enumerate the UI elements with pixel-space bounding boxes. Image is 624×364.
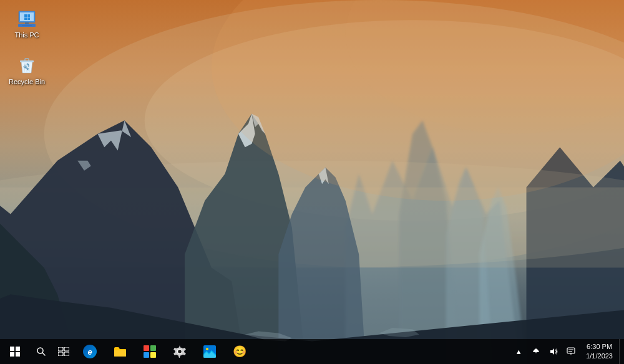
taskbar: e (0, 339, 624, 364)
desktop: This PC Recycle Bin (0, 0, 624, 364)
network-icon (532, 347, 540, 356)
taskbar-settings-button[interactable] (165, 339, 195, 364)
show-hidden-icons-button[interactable]: ▲ (510, 339, 527, 364)
show-desktop-button[interactable] (619, 339, 624, 364)
svg-line-38 (42, 353, 45, 355)
windows-logo-icon (10, 347, 20, 357)
recycle-bin-icon[interactable]: Recycle Bin (5, 53, 49, 89)
wallpaper-mountains (0, 0, 624, 364)
volume-icon-button[interactable] (545, 339, 562, 364)
svg-rect-33 (20, 60, 34, 62)
settings-icon (173, 345, 187, 358)
taskbar-photos-button[interactable] (195, 339, 225, 364)
task-view-icon (58, 347, 69, 356)
svg-rect-30 (27, 14, 30, 17)
clock-date: 1/1/2023 (586, 352, 613, 361)
svg-rect-32 (27, 17, 30, 20)
emoji-icon: 😊 (233, 346, 246, 357)
clock[interactable]: 6:30 PM 1/1/2023 (580, 339, 619, 364)
start-button[interactable] (0, 339, 30, 364)
svg-rect-28 (22, 26, 32, 26)
taskbar-edge-button[interactable]: e (75, 339, 105, 364)
chevron-up-icon: ▲ (515, 348, 522, 355)
explorer-icon (113, 345, 127, 358)
svg-rect-45 (144, 352, 149, 358)
svg-rect-51 (567, 348, 575, 353)
this-pc-label: This PC (14, 31, 39, 39)
taskbar-right: ▲ (510, 339, 624, 364)
svg-rect-41 (58, 352, 63, 356)
search-button[interactable] (30, 339, 52, 364)
svg-rect-44 (150, 345, 156, 351)
action-center-icon (567, 347, 575, 356)
system-tray: ▲ (510, 339, 624, 364)
svg-rect-31 (24, 17, 27, 20)
recycle-bin-label: Recycle Bin (9, 78, 45, 86)
this-pc-icon-image (17, 9, 37, 29)
recycle-bin-icon-image (17, 55, 37, 75)
task-view-button[interactable] (52, 339, 75, 364)
edge-icon: e (83, 345, 97, 358)
svg-rect-40 (64, 347, 69, 351)
svg-rect-39 (58, 347, 63, 351)
svg-rect-46 (150, 352, 156, 358)
svg-point-50 (206, 348, 208, 350)
svg-rect-29 (24, 14, 27, 17)
svg-rect-43 (144, 345, 149, 351)
svg-point-48 (178, 350, 182, 353)
action-center-button[interactable] (562, 339, 580, 364)
volume-icon (549, 347, 558, 356)
clock-time: 6:30 PM (587, 342, 612, 352)
taskbar-emoji-button[interactable]: 😊 (225, 339, 255, 364)
svg-rect-42 (64, 352, 69, 356)
photos-icon (203, 345, 217, 358)
search-icon (36, 347, 46, 357)
store-icon (143, 345, 157, 358)
taskbar-store-button[interactable] (135, 339, 165, 364)
taskbar-explorer-button[interactable] (105, 339, 135, 364)
network-icon-button[interactable] (527, 339, 545, 364)
this-pc-icon[interactable]: This PC (5, 6, 49, 42)
